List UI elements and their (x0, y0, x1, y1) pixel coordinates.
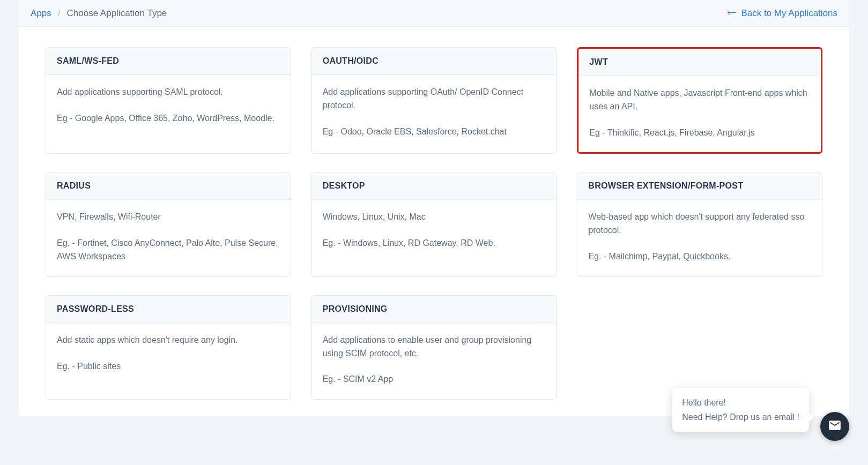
card-title: BROWSER EXTENSION/FORM-POST (577, 172, 822, 200)
main-panel: Apps / Choose Application Type 🡐 Back to… (19, 0, 849, 416)
card-description: Add static apps which doesn't require an… (57, 334, 280, 347)
card-saml[interactable]: SAML/WS-FED Add applications supporting … (46, 47, 291, 154)
back-label: Back to My Applications (741, 8, 837, 19)
chat-prompt: Need Help? Drop us an email ! (682, 410, 799, 416)
card-title: PASSWORD-LESS (46, 296, 291, 323)
card-body: Add applications supporting SAML protoco… (46, 75, 291, 138)
card-example: Eg. - Mailchimp, Paypal, Quickbooks. (588, 250, 811, 264)
card-example: Eg - Odoo, Oracle EBS, Salesforce, Rocke… (323, 125, 546, 139)
card-body: Add applications supporting OAuth/ OpenI… (312, 75, 557, 151)
card-radius[interactable]: RADIUS VPN, Firewalls, Wifi-Router Eg. -… (46, 172, 291, 276)
card-example: Eg - Google Apps, Office 365, Zoho, Word… (57, 112, 280, 125)
card-description: Web-based app which doesn't support any … (588, 211, 811, 237)
card-body: Add static apps which doesn't require an… (46, 323, 291, 386)
card-example: Eg. - Windows, Linux, RD Gateway, RD Web… (323, 237, 546, 250)
card-description: Add applications to enable user and grou… (323, 334, 546, 361)
card-body: VPN, Firewalls, Wifi-Router Eg. - Fortin… (46, 200, 291, 276)
card-description: Mobile and Native apps, Javascript Front… (589, 87, 810, 114)
card-provisioning[interactable]: PROVISIONING Add applications to enable … (311, 295, 557, 400)
card-oauth[interactable]: OAUTH/OIDC Add applications supporting O… (311, 47, 557, 154)
card-description: Add applications supporting OAuth/ OpenI… (323, 86, 546, 112)
card-description: VPN, Firewalls, Wifi-Router (57, 211, 280, 224)
card-example: Eg - Thinkific, React.js, Firebase, Angu… (589, 126, 810, 140)
card-body: Windows, Linux, Unix, Mac Eg. - Windows,… (312, 200, 557, 263)
card-example: Eg. - Public sites (57, 360, 280, 373)
card-browser-extension[interactable]: BROWSER EXTENSION/FORM-POST Web-based ap… (577, 172, 822, 276)
card-passwordless[interactable]: PASSWORD-LESS Add static apps which does… (46, 295, 291, 400)
back-link[interactable]: 🡐 Back to My Applications (727, 8, 837, 19)
card-example: Eg. - Fortinet, Cisco AnyConnect, Palo A… (57, 237, 280, 264)
card-body: Mobile and Native apps, Javascript Front… (578, 76, 821, 152)
card-body: Web-based app which doesn't support any … (577, 200, 822, 276)
breadcrumb-current: Choose Application Type (66, 8, 167, 19)
card-title: RADIUS (46, 172, 291, 200)
chat-greeting: Hello there! (682, 395, 799, 410)
card-title: JWT (578, 49, 821, 76)
card-title: OAUTH/OIDC (312, 48, 557, 75)
chat-popup: Hello there! Need Help? Drop us an email… (672, 388, 809, 416)
card-body: Add applications to enable user and grou… (312, 323, 557, 399)
card-title: PROVISIONING (312, 296, 557, 323)
header-bar: Apps / Choose Application Type 🡐 Back to… (19, 0, 849, 27)
card-description: Add applications supporting SAML protoco… (57, 86, 280, 99)
cards-container: SAML/WS-FED Add applications supporting … (19, 27, 849, 416)
breadcrumb: Apps / Choose Application Type (31, 8, 167, 19)
card-description: Windows, Linux, Unix, Mac (323, 211, 546, 224)
breadcrumb-root-link[interactable]: Apps (31, 8, 51, 19)
card-desktop[interactable]: DESKTOP Windows, Linux, Unix, Mac Eg. - … (311, 172, 557, 276)
card-title: SAML/WS-FED (46, 48, 291, 75)
card-title: DESKTOP (312, 172, 557, 200)
arrow-left-icon: 🡐 (727, 8, 737, 19)
card-jwt[interactable]: JWT Mobile and Native apps, Javascript F… (577, 47, 822, 154)
breadcrumb-separator: / (58, 8, 61, 19)
card-example: Eg. - SCIM v2 App (323, 373, 546, 386)
